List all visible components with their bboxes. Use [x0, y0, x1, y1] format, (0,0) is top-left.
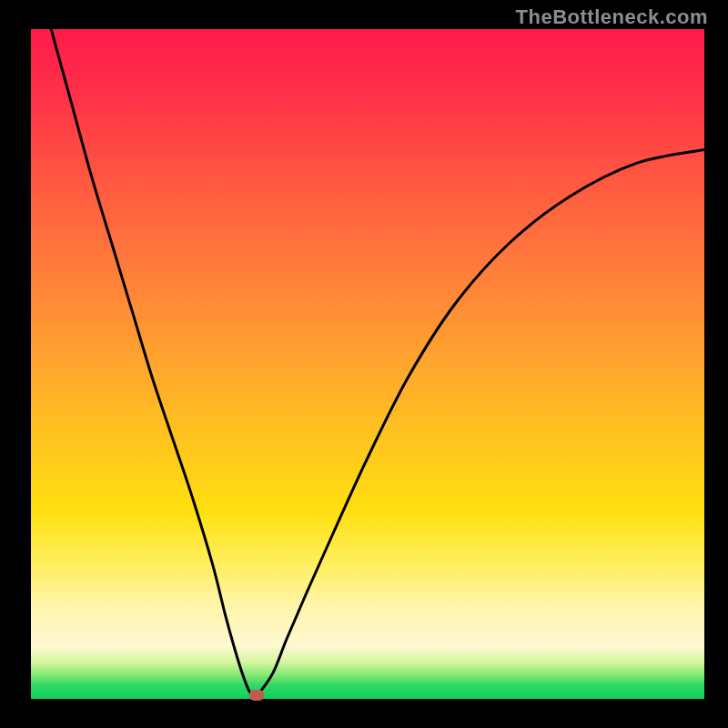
watermark: TheBottleneck.com	[516, 5, 708, 29]
plot-area	[31, 29, 704, 699]
minimum-marker	[249, 690, 264, 701]
chart-frame: TheBottleneck.com	[0, 0, 728, 728]
